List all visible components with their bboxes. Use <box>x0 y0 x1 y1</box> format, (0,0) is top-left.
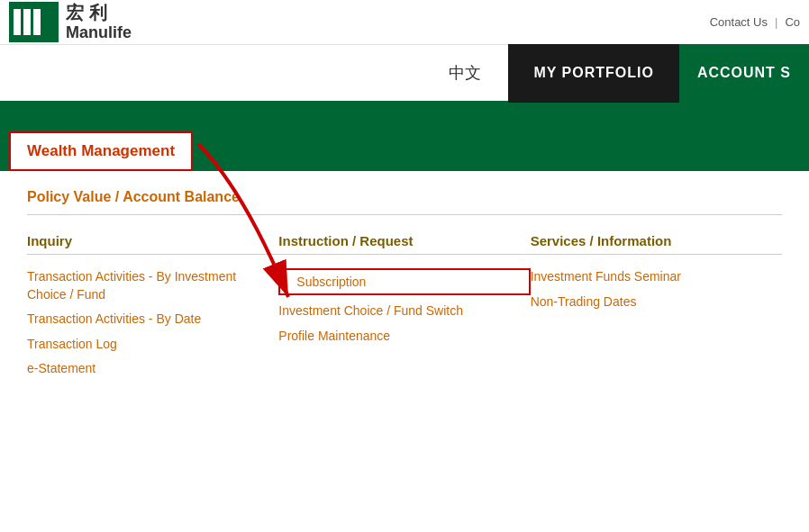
contact-us-link2[interactable]: Co <box>785 15 800 29</box>
inquiry-links: Transaction Activities - By Investment C… <box>27 268 278 378</box>
svg-rect-1 <box>14 9 21 35</box>
header-top-bar: 宏 利 Manulife Contact Us | Co <box>0 0 809 45</box>
logo-english: Manulife <box>66 23 132 41</box>
instruction-link-1[interactable]: Investment Choice / Fund Switch <box>278 302 530 320</box>
inquiry-link-3[interactable]: Transaction Log <box>27 336 278 354</box>
my-portfolio-button[interactable]: MY PORTFOLIO <box>508 44 678 103</box>
inquiry-header: Inquiry <box>27 233 278 255</box>
logo-area: 宏 利 Manulife <box>9 2 132 43</box>
chinese-language-toggle[interactable]: 中文 <box>422 62 508 84</box>
instruction-link-2[interactable]: Profile Maintenance <box>278 328 530 346</box>
inquiry-link-2[interactable]: Transaction Activities - By Date <box>27 311 278 329</box>
instruction-links: Subscription Investment Choice / Fund Sw… <box>278 268 530 345</box>
inquiry-column: Inquiry Transaction Activities - By Inve… <box>27 233 278 378</box>
instruction-header: Instruction / Request <box>278 233 530 255</box>
main-content: Policy Value / Account Balance Inquiry T… <box>0 171 809 405</box>
wealth-management-tab[interactable]: Wealth Management <box>9 131 193 171</box>
inquiry-link-4[interactable]: e-Statement <box>27 360 278 378</box>
divider-policy <box>27 214 782 215</box>
subscription-link[interactable]: Subscription <box>278 268 530 295</box>
services-links: Investment Funds Seminar Non-Trading Dat… <box>531 268 782 311</box>
columns-grid: Inquiry Transaction Activities - By Inve… <box>27 233 782 378</box>
inquiry-link-1[interactable]: Transaction Activities - By Investment C… <box>27 268 278 303</box>
svg-rect-3 <box>33 9 41 35</box>
contact-us-link[interactable]: Contact Us <box>710 15 768 29</box>
services-column: Services / Information Investment Funds … <box>531 233 782 378</box>
separator: | <box>775 15 777 29</box>
services-link-1[interactable]: Investment Funds Seminar <box>531 268 782 286</box>
logo-text: 宏 利 Manulife <box>66 2 132 43</box>
logo-chinese: 宏 利 <box>66 3 107 23</box>
services-link-2[interactable]: Non-Trading Dates <box>531 293 782 311</box>
manulife-logo-icon <box>9 2 59 42</box>
green-section: Wealth Management <box>0 104 809 171</box>
nav-bar: 中文 MY PORTFOLIO ACCOUNT S <box>0 45 809 104</box>
account-summary-button[interactable]: ACCOUNT S <box>679 44 809 103</box>
svg-rect-2 <box>23 9 31 35</box>
instruction-column: Instruction / Request Subscription Inves… <box>278 233 530 378</box>
policy-value-link[interactable]: Policy Value / Account Balance <box>27 189 782 205</box>
header-top-right: Contact Us | Co <box>710 15 800 29</box>
services-header: Services / Information <box>531 233 782 255</box>
